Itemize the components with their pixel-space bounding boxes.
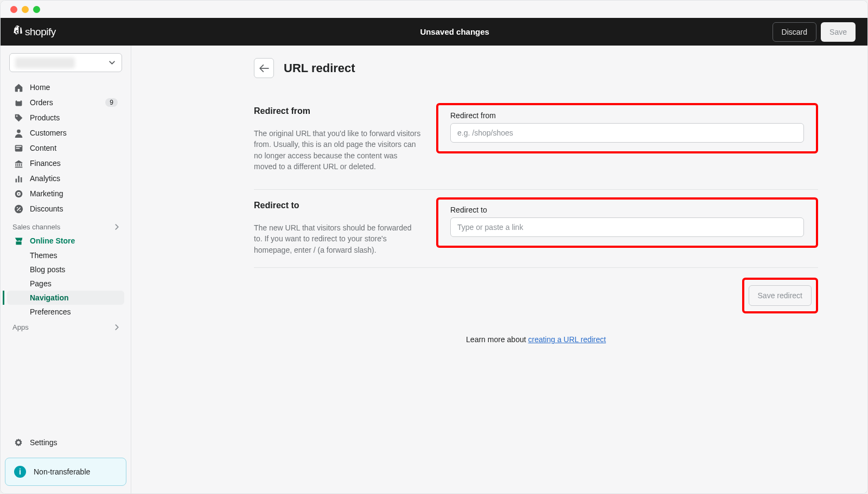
redirect-from-input[interactable] [450,123,804,143]
sidebar-item-orders[interactable]: Orders 9 [7,95,124,110]
top-app-bar: shopify Unsaved changes Discard Save [1,18,867,46]
sidebar-item-label: Content [30,144,56,152]
sidebar-item-label: Themes [30,251,58,260]
back-button[interactable] [254,58,274,78]
sidebar-item-marketing[interactable]: Marketing [7,186,124,201]
sidebar-item-finances[interactable]: Finances [7,156,124,171]
shopify-bag-icon [12,25,23,38]
discounts-icon [14,204,23,214]
sidebar-item-label: Customers [30,129,67,137]
main-content: URL redirect Redirect from The original … [131,46,867,493]
svg-point-14 [16,207,17,208]
sidebar-item-label: Discounts [30,204,63,213]
sidebar-sub-preferences[interactable]: Preferences [7,305,124,319]
home-icon [14,82,23,92]
svg-point-12 [18,193,20,195]
highlight-save-redirect: Save redirect [742,278,818,313]
sidebar-item-label: Pages [30,279,52,288]
customers-icon [14,128,23,138]
sales-channels-header[interactable]: Sales channels [5,219,126,233]
svg-point-16 [17,441,20,444]
sidebar-sub-navigation[interactable]: Navigation [7,291,124,305]
banner-text: Non-transferable [34,467,90,476]
sidebar-item-label: Orders [30,98,53,107]
arrow-left-icon [259,65,269,72]
sidebar-item-label: Marketing [30,189,63,198]
section-heading: Redirect to [254,201,421,210]
products-icon [14,113,23,123]
store-icon [14,236,23,246]
svg-rect-9 [20,177,22,182]
save-button[interactable]: Save [821,22,856,42]
apps-header[interactable]: Apps [5,319,126,333]
marketing-icon [14,189,23,198]
sidebar-sub-themes[interactable]: Themes [7,248,124,262]
sidebar: Home Orders 9 Products Customers C [1,46,131,493]
sidebar-item-online-store[interactable]: Online Store [7,233,124,248]
window-titlebar [1,1,867,18]
highlight-redirect-to: Redirect to [436,197,818,248]
gear-icon [14,438,23,447]
chevron-down-icon [109,61,115,65]
input-label: Redirect from [450,111,804,120]
svg-point-2 [16,115,17,117]
sidebar-item-settings[interactable]: Settings [7,435,124,450]
shopify-wordmark: shopify [25,26,56,38]
sidebar-item-label: Products [30,113,60,122]
sidebar-item-label: Online Store [30,236,75,245]
svg-rect-6 [16,147,20,149]
discard-button[interactable]: Discard [773,22,816,42]
svg-rect-7 [15,178,17,182]
svg-point-3 [17,129,21,133]
svg-rect-1 [17,99,21,101]
chevron-right-icon [115,324,119,330]
learn-more-prefix: Learn more about [466,335,528,344]
store-name-redacted [15,57,75,68]
sidebar-sub-pages[interactable]: Pages [7,277,124,291]
window-close-icon[interactable] [10,6,17,13]
learn-more-footer: Learn more about creating a URL redirect [254,335,818,344]
shopify-logo: shopify [12,25,56,38]
sidebar-item-products[interactable]: Products [7,110,124,125]
unsaved-changes-label: Unsaved changes [137,27,773,36]
sidebar-item-label: Navigation [30,293,69,302]
store-selector[interactable] [9,53,122,72]
sidebar-item-label: Settings [30,438,58,447]
window-maximize-icon[interactable] [33,6,40,13]
svg-rect-8 [18,176,20,182]
section-description: The new URL that visitors should be forw… [254,222,421,255]
sidebar-item-discounts[interactable]: Discounts [7,201,124,216]
section-heading: Redirect from [254,106,421,116]
non-transferable-banner: i Non-transferable [5,458,126,486]
sidebar-item-home[interactable]: Home [7,80,124,95]
sidebar-sub-blog-posts[interactable]: Blog posts [7,262,124,277]
sidebar-item-label: Analytics [30,174,60,183]
page-title: URL redirect [284,61,355,75]
orders-badge: 9 [105,98,118,107]
analytics-icon [14,174,23,183]
sidebar-item-label: Finances [30,159,61,168]
highlight-redirect-from: Redirect from [436,103,818,153]
sidebar-item-label: Blog posts [30,265,65,274]
finances-icon [14,158,23,168]
sidebar-item-label: Preferences [30,307,71,316]
svg-rect-5 [16,146,21,147]
sidebar-item-content[interactable]: Content [7,140,124,156]
window-minimize-icon[interactable] [22,6,29,13]
info-icon: i [14,466,26,478]
learn-more-link[interactable]: creating a URL redirect [528,335,605,344]
save-redirect-button[interactable]: Save redirect [749,285,812,306]
section-description: The original URL that you'd like to forw… [254,128,421,172]
chevron-right-icon [115,224,119,230]
input-label: Redirect to [450,206,804,214]
sidebar-item-label: Home [30,83,50,92]
orders-icon [14,98,23,107]
sidebar-item-analytics[interactable]: Analytics [7,171,124,186]
sidebar-item-customers[interactable]: Customers [7,125,124,140]
svg-point-15 [19,209,20,210]
content-icon [14,143,23,153]
redirect-to-input[interactable] [450,217,804,237]
